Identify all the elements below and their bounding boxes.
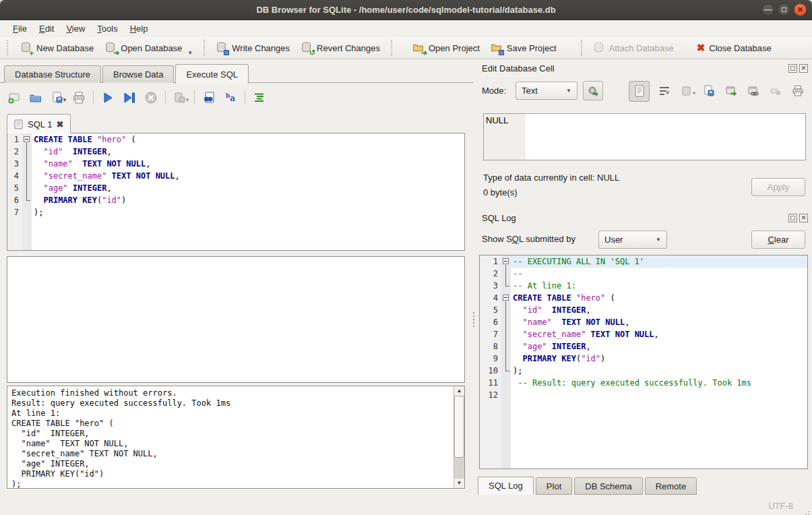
sql-log-dock-title: SQL Log [482, 213, 516, 223]
toolbar-separator [93, 91, 94, 104]
db-browser-window: DB Browser for SQLite - /home/user/code/… [0, 0, 812, 515]
write-changes-icon [216, 42, 228, 54]
show-sql-label: Show SQL submitted by [482, 234, 575, 244]
auto-switch-mode-button[interactable] [583, 81, 603, 100]
toolbar-separator [194, 91, 195, 104]
close-dock-icon[interactable]: ✕ [799, 214, 808, 222]
scroll-up-icon[interactable]: ▲ [454, 386, 464, 396]
menubar: File Edit View Tools Help [0, 20, 812, 37]
clear-button[interactable]: Clear [751, 231, 805, 249]
sql-file-icon [14, 119, 24, 129]
toolbar-separator [165, 91, 166, 104]
toolbar-separator [391, 40, 392, 56]
print-cell-icon[interactable] [790, 84, 805, 98]
new-database-button[interactable]: ＋ New Database [15, 38, 99, 58]
submitted-by-select[interactable]: User▼ [598, 231, 667, 249]
attach-database-icon [593, 42, 605, 54]
dock-tab-sql-log[interactable]: SQL Log [478, 477, 534, 495]
open-project-button[interactable]: ➜ Open Project [407, 38, 485, 58]
cell-size-info: 0 byte(s) [483, 187, 518, 198]
open-database-icon: ➜ [104, 42, 117, 54]
mode-select[interactable]: Text▼ [516, 82, 577, 100]
menu-edit[interactable]: Edit [33, 20, 60, 37]
menu-view[interactable]: View [60, 20, 91, 37]
open-sql-file-icon[interactable] [28, 90, 43, 105]
toolbar-separator [204, 40, 205, 56]
dock-tab-db-schema[interactable]: DB Schema [574, 477, 642, 495]
revert-changes-button[interactable]: ↺ Revert Changes [295, 38, 385, 58]
gear-import-icon [587, 85, 599, 97]
dock-tabbar: SQL Log Plot DB Schema Remote [478, 476, 699, 495]
dock-tab-remote[interactable]: Remote [645, 477, 697, 495]
statusbar: UTF-8 [0, 497, 812, 515]
export-results-icon: ▼ [173, 90, 187, 105]
toolbar-separator [245, 91, 245, 104]
sql-document-tab[interactable]: SQL 1 ✖ [7, 114, 71, 133]
cell-value: NULL [486, 115, 508, 125]
scrollbar-thumb[interactable] [454, 396, 464, 458]
execute-all-icon[interactable] [100, 90, 115, 105]
export-cell-icon[interactable] [701, 84, 716, 98]
print-icon[interactable] [71, 90, 86, 105]
menu-tools[interactable]: Tools [91, 20, 123, 37]
new-sql-tab-icon[interactable] [7, 90, 22, 105]
toolbar-grip [7, 40, 11, 55]
toolbar-separator [581, 40, 582, 56]
scrollbar[interactable]: ▲ ▼ [454, 386, 464, 488]
apply-button: Apply [751, 178, 805, 196]
menu-help[interactable]: Help [124, 20, 154, 37]
dock-tab-plot[interactable]: Plot [536, 477, 572, 495]
main-toolbar: ＋ New Database ➜ Open Database ▼ Write C… [0, 37, 812, 59]
mode-label: Mode: [482, 86, 506, 96]
stop-icon [144, 90, 158, 105]
copy-link-icon[interactable] [746, 84, 761, 98]
open-in-external-icon[interactable] [724, 84, 739, 98]
close-sql-tab-icon[interactable]: ✖ [56, 119, 63, 129]
cell-type-info: Type of data currently in cell: NULL [483, 173, 619, 183]
execute-line-icon[interactable] [122, 90, 137, 105]
cell-value-editor[interactable]: NULL [483, 113, 806, 160]
text-mode-toggle[interactable] [629, 81, 650, 102]
find-icon[interactable] [201, 90, 216, 105]
right-pane: Edit Database Cell ✕ Mode: Text▼ [474, 59, 812, 497]
menu-file[interactable]: File [7, 20, 33, 37]
window-title: DB Browser for SQLite - /home/user/code/… [256, 5, 555, 15]
new-database-icon: ＋ [20, 42, 32, 54]
edit-cell-dock-title: Edit Database Cell [482, 63, 555, 73]
save-project-icon [491, 42, 503, 54]
scroll-down-icon[interactable]: ▼ [454, 479, 464, 488]
tab-database-structure[interactable]: Database Structure [4, 65, 101, 83]
close-icon[interactable]: ✕ [794, 3, 807, 16]
close-database-button[interactable]: ✖ Close Database [691, 38, 777, 58]
minimize-icon[interactable]: — [761, 3, 774, 16]
main-tabbar: Database Structure Browse Data Execute S… [4, 63, 250, 83]
results-pane[interactable] [7, 256, 465, 383]
attach-database-button: Attach Database [588, 38, 679, 58]
sql-log-view[interactable]: 1-- EXECUTING ALL IN 'SQL 1'2--3-- At li… [479, 255, 808, 469]
titlebar: DB Browser for SQLite - /home/user/code/… [0, 0, 812, 20]
open-database-button[interactable]: ➜ Open Database ▼ [99, 38, 198, 58]
encoding-indicator[interactable]: UTF-8 [768, 501, 793, 511]
save-sql-file-icon[interactable]: ▼ [50, 90, 65, 105]
execution-log-text: Execution finished without errors. Resul… [7, 386, 464, 488]
maximize-icon[interactable] [778, 3, 790, 16]
import-cell-icon: ▼ [679, 84, 694, 98]
close-dock-icon[interactable]: ✕ [799, 64, 808, 73]
resize-grip[interactable] [808, 511, 809, 512]
write-changes-button[interactable]: Write Changes [210, 38, 295, 58]
tab-execute-sql[interactable]: Execute SQL [175, 64, 249, 84]
save-project-button[interactable]: Save Project [485, 38, 562, 58]
find-replace-icon[interactable]: ba [223, 90, 238, 105]
open-database-dropdown-icon[interactable]: ▼ [187, 50, 193, 58]
tab-browse-data[interactable]: Browse Data [102, 65, 174, 83]
sql-editor[interactable]: 1CREATE TABLE "hero" (2 "id" INTEGER,3 "… [7, 133, 465, 251]
open-project-icon: ➜ [412, 42, 425, 54]
float-dock-icon[interactable] [788, 64, 797, 73]
word-wrap-icon[interactable] [657, 84, 672, 98]
float-dock-icon[interactable] [788, 214, 797, 222]
left-pane: Database Structure Browse Data Execute S… [0, 59, 474, 497]
text-document-icon [634, 85, 645, 97]
sql-editor-toolbar: ▼ ▼ ba [7, 88, 267, 108]
format-sql-icon[interactable] [252, 90, 267, 105]
execution-log[interactable]: Execution finished without errors. Resul… [7, 386, 465, 489]
